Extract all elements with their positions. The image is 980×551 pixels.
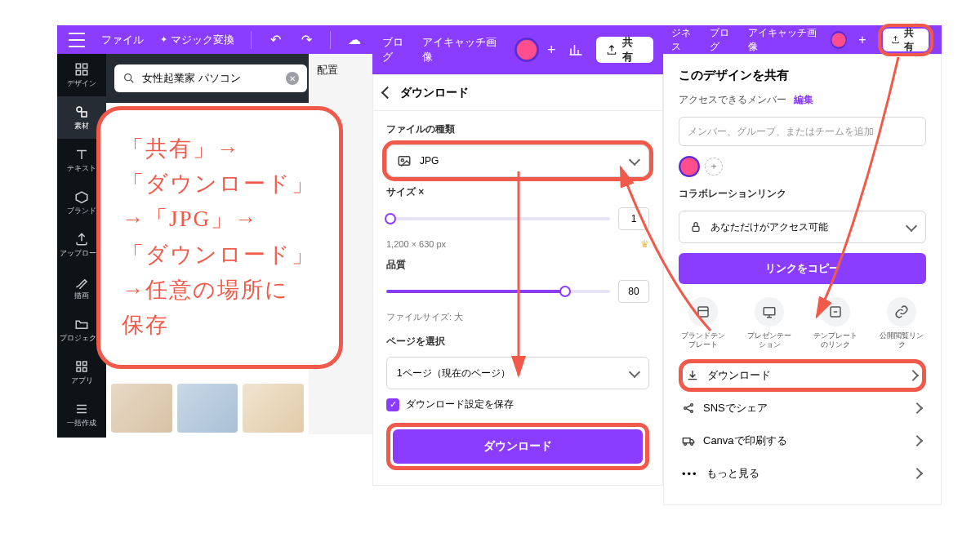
analytics-icon[interactable]	[564, 38, 588, 62]
page-select[interactable]: 1ページ（現在のページ）	[386, 357, 649, 389]
chevron-down-icon	[907, 221, 915, 233]
svg-rect-14	[698, 307, 708, 317]
download-icon	[686, 369, 699, 382]
svg-rect-6	[77, 362, 81, 366]
add-icon[interactable]: +	[858, 33, 866, 47]
share-panel: このデザインを共有 アクセスできるメンバー 編集 メンバー、グループ、またはチー…	[663, 54, 942, 505]
add-icon[interactable]: +	[547, 42, 556, 59]
upload-icon	[606, 44, 617, 56]
search-icon	[122, 72, 136, 85]
option-more[interactable]: ••• もっと見る	[679, 457, 926, 490]
svg-rect-2	[76, 70, 80, 74]
quality-slider[interactable]	[386, 290, 610, 293]
crumb-blog[interactable]: ブログ	[382, 35, 414, 64]
page-select-label: ページを選択	[386, 335, 649, 349]
save-settings-checkbox[interactable]: ✓	[386, 398, 399, 411]
cloud-sync-icon: ☁	[347, 33, 362, 47]
size-value[interactable]: 1	[618, 207, 649, 230]
collab-link-label: コラボレーションリンク	[679, 187, 926, 201]
svg-point-18	[691, 404, 693, 407]
tile-brand-template[interactable]: ブランドテンプレート	[679, 297, 728, 349]
asset-thumbnails	[106, 384, 309, 433]
asset-thumb[interactable]	[111, 384, 172, 433]
download-button-highlight: ダウンロード	[386, 423, 649, 470]
tile-template-link[interactable]: テンプレートのリンク	[811, 297, 860, 349]
filesize-text: ファイルサイズ: 大	[386, 311, 649, 323]
filetype-select[interactable]: JPG	[386, 144, 649, 177]
quality-value[interactable]: 80	[618, 280, 649, 303]
size-slider[interactable]	[386, 217, 610, 220]
undo-icon[interactable]: ↶	[268, 33, 283, 47]
download-panel-wrap: ブログ アイキャッチ画像 + 共有 ダウンロード ファイルの種類 JPG サイズ…	[372, 25, 663, 486]
asset-thumb[interactable]	[177, 384, 238, 433]
lock-icon	[689, 220, 702, 233]
filetype-label: ファイルの種類	[386, 122, 649, 136]
dimensions-text: 1,200 × 630 px	[386, 239, 446, 249]
download-title: ダウンロード	[400, 86, 469, 100]
siderail-bulk[interactable]: 一括作成	[57, 393, 106, 436]
crumb-eyecatch[interactable]: アイキャッチ画像	[422, 35, 506, 64]
page-select-value: 1ページ（現在のページ）	[397, 367, 510, 380]
asset-thumb[interactable]	[243, 384, 304, 433]
avatar	[679, 156, 700, 177]
crumb-eyecatch[interactable]: アイキャッチ画像	[748, 26, 819, 54]
upload-icon	[891, 34, 900, 45]
option-sns[interactable]: SNSでシェア	[679, 392, 926, 424]
brand-badge-icon	[514, 38, 539, 62]
crumb-blog[interactable]: ブログ	[710, 26, 737, 54]
access-select[interactable]: あなただけがアクセス可能	[679, 211, 926, 243]
share-icon	[682, 402, 695, 415]
download-button[interactable]: ダウンロード	[393, 429, 643, 464]
svg-rect-20	[683, 438, 690, 443]
svg-rect-7	[83, 362, 87, 366]
image-icon	[397, 153, 412, 168]
search-bar: ✕	[106, 54, 309, 103]
search-input[interactable]	[142, 73, 279, 85]
option-print[interactable]: Canvaで印刷する	[679, 424, 926, 457]
members-input[interactable]: メンバー、グループ、またはチームを追加	[679, 117, 926, 146]
brand-badge-icon	[831, 31, 847, 49]
download-panel: ダウンロード ファイルの種類 JPG サイズ × 1 1,200 × 630 p…	[372, 74, 663, 486]
svg-point-22	[691, 443, 693, 446]
copy-link-button[interactable]: リンクをコピー	[679, 253, 926, 284]
redo-icon[interactable]: ↷	[299, 33, 314, 47]
chevron-down-icon	[630, 155, 639, 167]
share-options: ダウンロード SNSでシェア Canvaで印刷する ••• もっと見る	[679, 359, 926, 490]
svg-point-21	[684, 443, 687, 446]
crumb-business[interactable]: ジネス	[671, 26, 698, 54]
siderail-apps[interactable]: アプリ	[57, 351, 106, 393]
magic-convert-button[interactable]: マジック変換	[160, 33, 234, 47]
arrange-button[interactable]: 配置	[309, 54, 372, 87]
search-input-wrap[interactable]: ✕	[114, 64, 307, 92]
siderail-design[interactable]: デザイン	[57, 54, 106, 96]
share-panel-wrap: ジネス ブログ アイキャッチ画像 + 共有 このデザインを共有 アクセスできるメ…	[663, 25, 942, 505]
center-header: ブログ アイキャッチ画像 + 共有	[372, 25, 663, 74]
chevron-right-icon	[913, 435, 921, 447]
share-button-highlight: 共有	[878, 24, 934, 56]
chevron-right-icon	[913, 468, 921, 480]
hamburger-icon[interactable]	[69, 33, 85, 47]
svg-rect-9	[83, 367, 87, 371]
svg-rect-3	[83, 70, 87, 74]
svg-rect-1	[83, 64, 87, 68]
size-label: サイズ ×	[386, 185, 649, 199]
edit-members-link[interactable]: 編集	[794, 94, 813, 105]
chevron-right-icon	[913, 402, 921, 415]
more-icon: •••	[682, 468, 698, 480]
add-member-icon[interactable]: +	[705, 158, 723, 176]
share-button-center[interactable]: 共有	[596, 37, 653, 63]
save-settings-label: ダウンロード設定を保存	[406, 398, 514, 411]
option-download[interactable]: ダウンロード	[679, 359, 926, 392]
svg-rect-15	[764, 308, 775, 315]
share-button[interactable]: 共有	[883, 29, 929, 51]
share-title: このデザインを共有	[679, 68, 926, 83]
clear-search-icon[interactable]: ✕	[286, 72, 299, 85]
back-icon[interactable]	[383, 87, 392, 100]
svg-point-12	[401, 159, 403, 162]
tile-presentation[interactable]: プレゼンテーション	[745, 297, 794, 349]
tile-public-link[interactable]: 公開閲覧リンク	[877, 297, 926, 349]
svg-point-17	[684, 407, 687, 410]
file-menu[interactable]: ファイル	[101, 33, 144, 47]
crown-icon: ♛	[640, 238, 649, 250]
access-value: あなただけがアクセス可能	[710, 220, 828, 234]
